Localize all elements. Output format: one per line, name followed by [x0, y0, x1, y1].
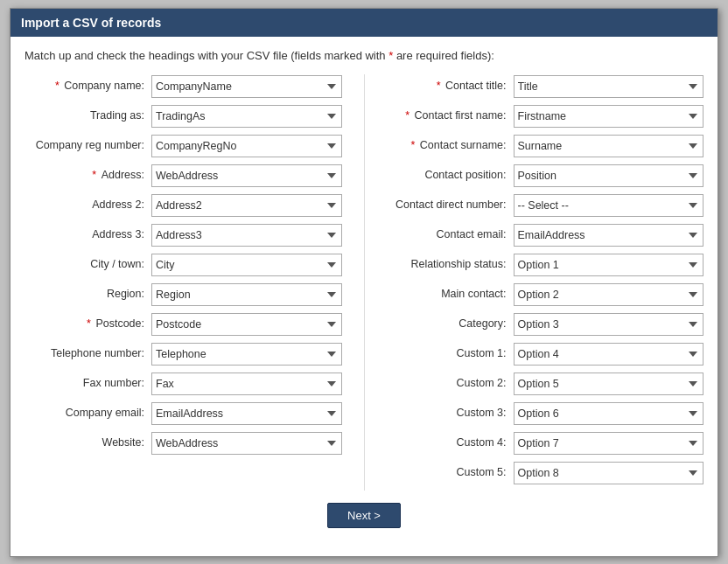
custom1-select[interactable]: Option 4 [514, 343, 704, 366]
city-select[interactable]: City [151, 254, 342, 276]
custom4-select[interactable]: Option 7 [514, 432, 704, 455]
form-row: Company reg number:CompanyRegNo [24, 134, 342, 158]
column-divider [364, 74, 365, 491]
modal-footer: Next > [24, 491, 704, 544]
category-select[interactable]: Option 3 [514, 313, 704, 336]
field-label: Website: [24, 435, 151, 449]
address3-select[interactable]: Address3 [151, 224, 342, 247]
field-label: * Company name: [24, 79, 151, 93]
modal-header: Import a CSV of records [10, 9, 718, 37]
field-label: Contact position: [387, 168, 514, 182]
field-label: * Contact title: [387, 79, 514, 93]
required-marker: * [405, 109, 412, 122]
form-row: Category:Option 3 [387, 312, 704, 337]
field-label: Company email: [24, 406, 151, 420]
field-label: Region: [24, 287, 151, 301]
company-email-select[interactable]: EmailAddress [151, 402, 342, 425]
required-marker: * [87, 317, 94, 330]
form-row: Custom 3:Option 6 [387, 401, 704, 426]
contact-firstname-select[interactable]: Firstname [514, 105, 704, 128]
form-columns: * Company name:CompanyNameTrading as:Tra… [24, 74, 704, 491]
required-marker: * [410, 139, 417, 151]
fax-select[interactable]: Fax [151, 373, 342, 395]
form-row: Company email:EmailAddress [24, 401, 342, 426]
field-label: Address 2: [24, 198, 151, 212]
field-label: Address 3: [24, 227, 151, 241]
form-row: Fax number:Fax [24, 372, 342, 396]
field-label: * Address: [24, 168, 151, 182]
field-label: Contact direct number: [387, 198, 514, 212]
modal-title: Import a CSV of records [21, 16, 161, 30]
form-row: Main contact:Option 2 [387, 282, 704, 307]
form-row: * Postcode:Postcode [24, 312, 342, 337]
address-select[interactable]: WebAddress [151, 164, 342, 187]
form-row: Contact direct number:-- Select -- [387, 193, 704, 218]
field-label: Trading as: [24, 108, 151, 122]
form-row: * Address:WebAddress [24, 164, 342, 188]
custom3-select[interactable]: Option 6 [514, 402, 704, 425]
relationship-status-select[interactable]: Option 1 [514, 254, 704, 276]
modal-body: Match up and check the headings with you… [10, 37, 718, 556]
field-label: Custom 3: [387, 406, 514, 420]
field-label: Custom 1: [387, 346, 514, 360]
required-marker: * [55, 80, 62, 92]
form-row: Contact email:EmailAddress [387, 223, 704, 247]
contact-position-select[interactable]: Position [514, 164, 704, 187]
intro-text: Match up and check the headings with you… [24, 49, 704, 62]
field-label: * Contact surname: [387, 138, 514, 152]
form-row: Address 3:Address3 [24, 223, 342, 247]
right-column: * Contact title:Title* Contact first nam… [387, 74, 704, 491]
contact-direct-select[interactable]: -- Select -- [514, 194, 704, 217]
form-row: Relationship status:Option 1 [387, 253, 704, 277]
custom5-select[interactable]: Option 8 [514, 462, 704, 484]
form-row: Custom 2:Option 5 [387, 372, 704, 396]
telephone-select[interactable]: Telephone [151, 343, 342, 366]
field-label: Main contact: [387, 287, 514, 301]
field-label: Contact email: [387, 227, 514, 241]
website-select[interactable]: WebAddress [151, 432, 342, 455]
required-marker: * [92, 169, 99, 181]
next-button[interactable]: Next > [327, 503, 401, 528]
field-label: Fax number: [24, 376, 151, 390]
form-row: * Contact surname:Surname [387, 134, 704, 158]
form-row: * Company name:CompanyName [24, 74, 342, 99]
form-row: Region:Region [24, 282, 342, 307]
form-row: Custom 4:Option 7 [387, 431, 704, 456]
left-column: * Company name:CompanyNameTrading as:Tra… [24, 74, 342, 491]
company-name-select[interactable]: CompanyName [151, 75, 342, 98]
field-label: Custom 5: [387, 465, 514, 479]
required-marker: * [437, 80, 444, 92]
field-label: * Contact first name: [387, 108, 514, 122]
form-row: Custom 1:Option 4 [387, 342, 704, 366]
form-row: Contact position:Position [387, 164, 704, 188]
form-row: * Contact first name:Firstname [387, 104, 704, 129]
form-row: Trading as:TradingAs [24, 104, 342, 129]
trading-as-select[interactable]: TradingAs [151, 105, 342, 128]
field-label: Relationship status: [387, 257, 514, 271]
company-reg-select[interactable]: CompanyRegNo [151, 135, 342, 157]
required-asterisk: * [388, 49, 393, 62]
custom2-select[interactable]: Option 5 [514, 373, 704, 395]
import-csv-modal: Import a CSV of records Match up and che… [10, 8, 718, 557]
field-label: City / town: [24, 257, 151, 271]
field-label: Category: [387, 317, 514, 331]
form-row: City / town:City [24, 253, 342, 277]
form-row: Telephone number:Telephone [24, 342, 342, 366]
form-row: Custom 5:Option 8 [387, 461, 704, 485]
field-label: Custom 2: [387, 376, 514, 390]
contact-title-select[interactable]: Title [514, 75, 704, 98]
field-label: Company reg number: [24, 138, 151, 152]
contact-surname-select[interactable]: Surname [514, 135, 704, 157]
form-row: Website:WebAddress [24, 431, 342, 456]
region-select[interactable]: Region [151, 283, 342, 306]
form-row: Address 2:Address2 [24, 193, 342, 218]
postcode-select[interactable]: Postcode [151, 313, 342, 336]
field-label: * Postcode: [24, 317, 151, 331]
field-label: Telephone number: [24, 346, 151, 360]
field-label: Custom 4: [387, 435, 514, 449]
form-row: * Contact title:Title [387, 74, 704, 99]
main-contact-select[interactable]: Option 2 [514, 283, 704, 306]
address2-select[interactable]: Address2 [151, 194, 342, 217]
contact-email-select[interactable]: EmailAddress [514, 224, 704, 247]
